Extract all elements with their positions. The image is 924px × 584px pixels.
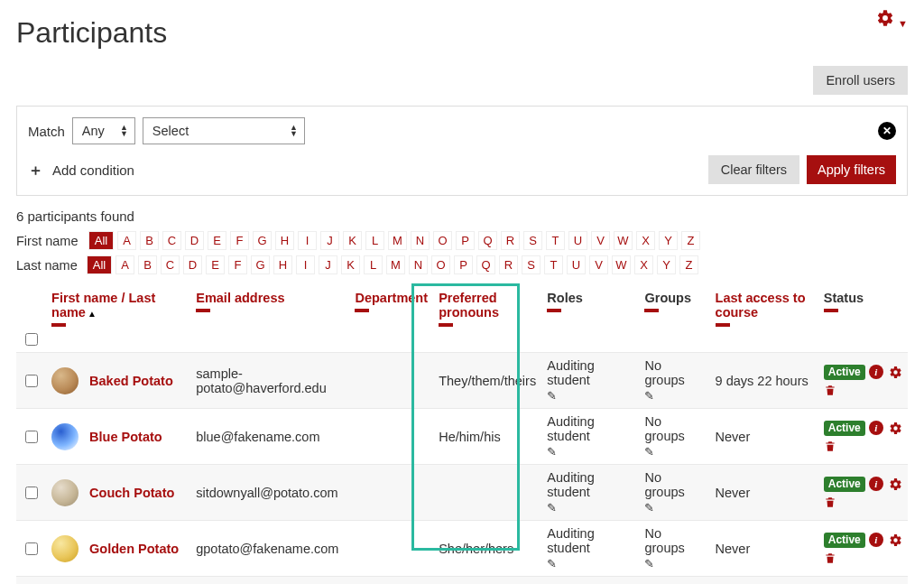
edit-roles-button[interactable]: ✎: [547, 501, 633, 514]
lastname-letter[interactable]: J: [319, 255, 337, 274]
lastname-letter[interactable]: Y: [657, 255, 676, 274]
lastname-letter[interactable]: R: [499, 255, 518, 274]
firstname-letter[interactable]: D: [185, 231, 204, 250]
filter-type-select[interactable]: Select: [143, 117, 305, 144]
firstname-letter[interactable]: O: [433, 231, 452, 250]
participant-name-link[interactable]: Golden Potato: [89, 542, 179, 556]
lastname-letter[interactable]: V: [589, 255, 608, 274]
lastname-letter[interactable]: Q: [476, 255, 495, 274]
lastname-letter[interactable]: H: [273, 255, 292, 274]
unenroll-button[interactable]: [824, 384, 902, 397]
hide-column-button[interactable]: [355, 309, 369, 312]
firstname-letter[interactable]: Y: [659, 231, 678, 250]
lastname-all[interactable]: All: [87, 255, 112, 274]
firstname-letter[interactable]: T: [546, 231, 565, 250]
match-select[interactable]: Any: [72, 117, 135, 144]
lastname-letter[interactable]: P: [454, 255, 473, 274]
lastname-letter[interactable]: C: [161, 255, 180, 274]
add-condition-button[interactable]: ＋ Add condition: [28, 160, 134, 181]
firstname-letter[interactable]: M: [388, 231, 407, 250]
firstname-letter[interactable]: E: [208, 231, 226, 250]
col-header-email[interactable]: Email address: [190, 283, 349, 330]
enroll-users-button[interactable]: Enroll users: [813, 66, 908, 95]
firstname-letter[interactable]: W: [614, 231, 633, 250]
row-settings-button[interactable]: [883, 532, 902, 546]
hide-column-button[interactable]: [547, 309, 561, 312]
firstname-letter[interactable]: S: [523, 231, 542, 250]
participant-name-link[interactable]: Baked Potato: [89, 374, 173, 388]
lastname-letter[interactable]: D: [183, 255, 202, 274]
unenroll-button[interactable]: [824, 552, 902, 565]
firstname-letter[interactable]: G: [253, 231, 272, 250]
hide-column-button[interactable]: [644, 309, 659, 312]
lastname-letter[interactable]: L: [364, 255, 383, 274]
firstname-letter[interactable]: Q: [478, 231, 497, 250]
firstname-letter[interactable]: X: [636, 231, 655, 250]
firstname-letter[interactable]: B: [140, 231, 159, 250]
firstname-letter[interactable]: L: [365, 231, 384, 250]
firstname-letter[interactable]: P: [456, 231, 475, 250]
firstname-letter[interactable]: Z: [681, 231, 700, 250]
col-header-pronouns[interactable]: Preferred pronouns: [433, 283, 541, 330]
hide-column-button[interactable]: [824, 309, 838, 312]
lastname-letter[interactable]: O: [431, 255, 450, 274]
firstname-letter[interactable]: H: [275, 231, 294, 250]
col-header-status[interactable]: Status: [818, 283, 908, 330]
participant-name-link[interactable]: Couch Potato: [89, 486, 174, 500]
firstname-letter[interactable]: A: [117, 231, 136, 250]
lastname-letter[interactable]: A: [116, 255, 134, 274]
edit-roles-button[interactable]: ✎: [547, 445, 633, 459]
status-info-button[interactable]: i: [869, 533, 883, 547]
col-header-name[interactable]: First name / Last name▲: [46, 283, 190, 330]
firstname-letter[interactable]: C: [162, 231, 181, 250]
row-select-checkbox[interactable]: [25, 375, 38, 387]
row-select-checkbox[interactable]: [25, 487, 38, 499]
lastname-letter[interactable]: B: [138, 255, 157, 274]
lastname-letter[interactable]: Z: [679, 255, 698, 274]
select-all-checkbox[interactable]: [25, 333, 38, 346]
hide-column-button[interactable]: [196, 309, 210, 312]
lastname-letter[interactable]: E: [206, 255, 225, 274]
status-info-button[interactable]: i: [869, 477, 883, 491]
firstname-letter[interactable]: I: [298, 231, 317, 250]
participant-name-link[interactable]: Blue Potato: [89, 430, 162, 444]
hide-column-button[interactable]: [51, 323, 66, 327]
edit-groups-button[interactable]: ✎: [644, 557, 704, 570]
row-settings-button[interactable]: [883, 476, 902, 490]
status-info-button[interactable]: i: [869, 365, 883, 379]
col-header-department[interactable]: Department: [349, 283, 433, 330]
firstname-letter[interactable]: R: [501, 231, 520, 250]
lastname-letter[interactable]: X: [634, 255, 653, 274]
lastname-letter[interactable]: K: [341, 255, 360, 274]
col-header-groups[interactable]: Groups: [639, 283, 709, 330]
lastname-letter[interactable]: F: [228, 255, 247, 274]
edit-groups-button[interactable]: ✎: [644, 389, 704, 403]
lastname-letter[interactable]: N: [409, 255, 428, 274]
hide-column-button[interactable]: [716, 323, 730, 327]
status-info-button[interactable]: i: [869, 421, 883, 435]
row-settings-button[interactable]: [883, 420, 902, 434]
firstname-letter[interactable]: V: [591, 231, 610, 250]
edit-roles-button[interactable]: ✎: [547, 557, 633, 570]
clear-filters-button[interactable]: Clear filters: [708, 155, 799, 184]
edit-roles-button[interactable]: ✎: [547, 389, 633, 403]
col-header-last-access[interactable]: Last access to course: [710, 283, 818, 330]
edit-groups-button[interactable]: ✎: [644, 445, 704, 459]
lastname-letter[interactable]: I: [296, 255, 315, 274]
unenroll-button[interactable]: [824, 440, 902, 453]
col-header-roles[interactable]: Roles: [541, 283, 639, 330]
edit-groups-button[interactable]: ✎: [644, 501, 704, 514]
lastname-letter[interactable]: M: [386, 255, 405, 274]
row-select-checkbox[interactable]: [25, 542, 38, 555]
firstname-letter[interactable]: K: [343, 231, 362, 250]
lastname-letter[interactable]: S: [522, 255, 541, 274]
lastname-letter[interactable]: U: [567, 255, 586, 274]
lastname-letter[interactable]: G: [251, 255, 270, 274]
lastname-letter[interactable]: T: [544, 255, 563, 274]
remove-condition-button[interactable]: ✕: [878, 122, 896, 140]
firstname-letter[interactable]: U: [568, 231, 587, 250]
page-settings-button[interactable]: ▼: [876, 9, 908, 30]
row-select-checkbox[interactable]: [25, 431, 38, 443]
apply-filters-button[interactable]: Apply filters: [807, 155, 896, 184]
firstname-letter[interactable]: J: [320, 231, 339, 250]
